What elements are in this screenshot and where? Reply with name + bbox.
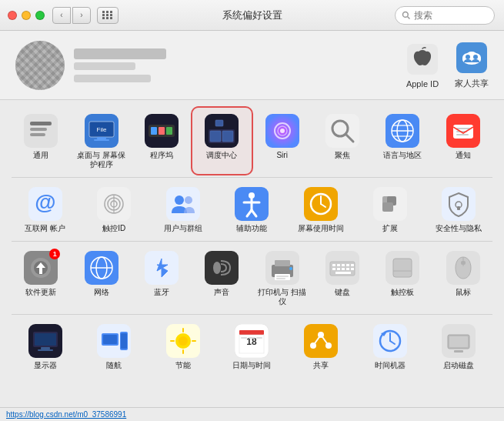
- startup-label: 启动磁盘: [443, 361, 474, 370]
- svg-rect-99: [332, 268, 335, 270]
- icon-item-notification[interactable]: 通知: [434, 108, 492, 174]
- svg-line-1: [408, 16, 410, 18]
- icon-item-screen_time[interactable]: 屏幕使用时间: [287, 181, 355, 238]
- icon-item-security[interactable]: 安全性与隐私: [425, 181, 492, 238]
- svg-rect-110: [461, 261, 466, 265]
- user-name: [74, 48, 166, 59]
- icon-item-language[interactable]: 语言与地区: [373, 108, 432, 174]
- icon-item-timemachine[interactable]: 时间机器: [356, 318, 424, 375]
- desktop-icon: File: [85, 114, 118, 148]
- icon-item-mouse[interactable]: 鼠标: [434, 245, 492, 311]
- icon-item-users[interactable]: 用户与群组: [149, 181, 217, 238]
- timemachine-icon: [373, 324, 407, 358]
- minimize-button[interactable]: [22, 11, 31, 20]
- svg-rect-87: [275, 260, 290, 266]
- svg-rect-13: [30, 133, 45, 136]
- icon-item-network[interactable]: 网络: [72, 245, 130, 311]
- svg-rect-95: [337, 264, 340, 266]
- users-icon: [166, 187, 200, 221]
- users-label: 用户与群组: [164, 224, 202, 233]
- sidecar-icon: [97, 324, 131, 358]
- forward-button[interactable]: ›: [72, 7, 91, 24]
- spotlight-label: 聚焦: [335, 151, 350, 160]
- extensions-label: 扩展: [382, 224, 398, 233]
- internet-icon: @: [28, 187, 62, 221]
- svg-point-123: [179, 336, 188, 346]
- icon-item-trackpad[interactable]: 触控板: [373, 245, 432, 311]
- svg-rect-34: [325, 114, 359, 148]
- apple-logo-svg: [407, 44, 438, 75]
- apple-id-icon-item[interactable]: Apple ID: [406, 42, 439, 89]
- search-input[interactable]: [414, 10, 488, 21]
- software_update-icon: 1: [24, 251, 58, 285]
- divider-2: [12, 241, 492, 242]
- icon-item-siri[interactable]: Siri: [253, 108, 312, 174]
- back-button[interactable]: ‹: [52, 7, 71, 24]
- svg-point-91: [289, 267, 292, 270]
- icon-item-displays[interactable]: 显示器: [12, 318, 79, 375]
- mission_control-icon: [205, 114, 239, 148]
- displays-label: 显示器: [34, 361, 57, 370]
- datetime-icon: 18: [235, 324, 269, 358]
- desktop-label: 桌面与 屏幕保护程序: [75, 151, 127, 169]
- icon-item-bluetooth[interactable]: 蓝牙: [132, 245, 191, 311]
- maximize-button[interactable]: [35, 11, 45, 20]
- svg-text:@: @: [35, 190, 55, 214]
- svg-rect-17: [97, 137, 106, 139]
- svg-rect-23: [159, 127, 165, 135]
- statusbar-url[interactable]: https://blog.csdn.net/m0_37586991: [6, 410, 126, 419]
- svg-rect-103: [351, 268, 354, 270]
- keyboard-icon: [325, 251, 359, 285]
- general-label: 通用: [33, 151, 48, 160]
- mouse-icon: [446, 251, 480, 285]
- svg-rect-98: [351, 264, 354, 266]
- svg-point-9: [473, 55, 478, 59]
- icon-item-startup[interactable]: 启动磁盘: [425, 318, 492, 375]
- icon-item-printers[interactable]: 打印机与 扫描仪: [253, 245, 312, 311]
- user-info: [74, 48, 166, 82]
- user-detail: [74, 75, 151, 82]
- svg-rect-29: [215, 120, 223, 126]
- icon-item-mission_control[interactable]: 调度中心: [192, 108, 251, 174]
- icon-item-software_update[interactable]: 1软件更新: [12, 245, 70, 311]
- statusbar: https://blog.csdn.net/m0_37586991: [0, 407, 504, 421]
- svg-rect-22: [151, 127, 157, 135]
- icon-item-accessibility[interactable]: 辅助功能: [219, 181, 286, 238]
- grid-view-button[interactable]: [97, 7, 118, 24]
- language-icon: [386, 114, 419, 148]
- svg-rect-115: [38, 349, 53, 351]
- profile-area: Apple ID 家人共享: [0, 31, 504, 100]
- svg-rect-102: [346, 268, 349, 270]
- icon-item-internet[interactable]: @互联网 帐户: [12, 181, 79, 238]
- svg-point-8: [466, 55, 470, 59]
- icon-item-sound[interactable]: 声音: [192, 245, 251, 311]
- sharing-icon: [304, 324, 338, 358]
- icon-item-datetime[interactable]: 18日期与时间: [219, 318, 286, 375]
- mission_control-label: 调度中心: [206, 151, 237, 160]
- close-button[interactable]: [8, 11, 17, 20]
- svg-rect-74: [457, 206, 460, 210]
- accessibility-label: 辅助功能: [236, 224, 267, 233]
- icon-item-energy[interactable]: 节能: [149, 318, 217, 375]
- svg-rect-133: [249, 337, 255, 339]
- icon-item-desktop[interactable]: File桌面与 屏幕保护程序: [72, 108, 130, 174]
- icon-item-extensions[interactable]: 扩展: [356, 181, 424, 238]
- search-box[interactable]: [395, 6, 495, 25]
- sound-icon: [205, 251, 239, 285]
- svg-rect-113: [35, 333, 56, 346]
- family-sharing-icon-item[interactable]: 家人共享: [455, 41, 489, 89]
- icon-item-sidecar[interactable]: 随航: [81, 318, 149, 375]
- icon-item-keyboard[interactable]: 键盘: [313, 245, 372, 311]
- icon-item-general[interactable]: 通用: [12, 108, 70, 174]
- icon-item-touch_id[interactable]: 触控ID: [81, 181, 149, 238]
- mouse-label: 鼠标: [456, 288, 471, 297]
- sidecar-label: 随航: [106, 361, 122, 370]
- icon-item-spotlight[interactable]: 聚焦: [313, 108, 372, 174]
- svg-rect-101: [342, 268, 345, 270]
- icon-item-dock[interactable]: 程序坞: [132, 108, 191, 174]
- siri-label: Siri: [276, 151, 287, 160]
- icon-item-sharing[interactable]: 共享: [287, 318, 355, 375]
- svg-rect-71: [382, 202, 393, 212]
- dock-label: 程序坞: [150, 151, 173, 160]
- spotlight-icon: [325, 114, 359, 148]
